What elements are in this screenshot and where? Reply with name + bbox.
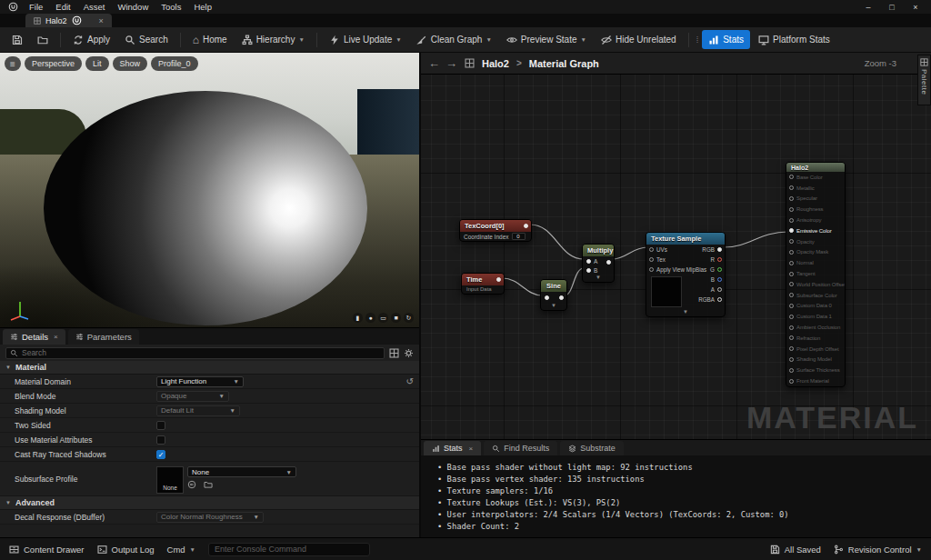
node-texture-sample[interactable]: Texture Sample UVsTexApply View MipBias … — [646, 232, 726, 317]
input-pin[interactable] — [789, 228, 794, 233]
breadcrumb-page[interactable]: Material Graph — [529, 58, 599, 69]
close-icon[interactable]: × — [469, 445, 474, 453]
input-pin[interactable] — [789, 346, 794, 351]
maximize-icon[interactable]: □ — [880, 3, 904, 12]
close-icon[interactable]: × — [54, 333, 58, 341]
input-pin[interactable] — [649, 257, 654, 262]
input-pin[interactable] — [789, 250, 794, 255]
stats-button[interactable]: Stats — [702, 30, 750, 49]
toolbar-overflow-icon[interactable]: ⁞ — [695, 35, 701, 45]
graph-canvas[interactable]: MATERIAL TexCoord[0] Coordinate Index0 T… — [421, 75, 931, 439]
menu-item[interactable]: Help — [187, 2, 218, 12]
input-pin[interactable] — [649, 247, 654, 252]
cmd-dropdown[interactable]: Cmd▼ — [167, 545, 196, 555]
tab-stats[interactable]: Stats × — [424, 441, 481, 455]
minimize-icon[interactable]: – — [856, 3, 880, 12]
use-selected-asset-icon[interactable] — [187, 480, 196, 489]
viewport-menu-icon[interactable]: ≡ — [5, 56, 21, 71]
section-material[interactable]: ▼Material — [0, 361, 419, 375]
input-pin[interactable] — [586, 268, 591, 273]
input-pin[interactable] — [789, 293, 794, 297]
input-pin[interactable] — [789, 196, 794, 201]
tab-close-icon[interactable]: × — [99, 16, 104, 25]
input-pin[interactable] — [789, 282, 794, 286]
input-pin[interactable] — [789, 325, 794, 330]
close-icon[interactable]: × — [904, 3, 927, 12]
hide-unrelated-button[interactable]: Hide Unrelated — [595, 30, 683, 49]
subsurface-profile-dropdown[interactable]: None▼ — [187, 466, 296, 477]
node-sine[interactable]: Sine ▼ — [540, 279, 567, 311]
coordinate-index-value[interactable]: 0 — [512, 233, 526, 240]
input-pin[interactable] — [789, 185, 794, 190]
search-button[interactable]: Search — [118, 30, 175, 49]
input-pin[interactable] — [789, 261, 794, 265]
menu-item[interactable]: Window — [111, 2, 155, 12]
chevron-down-icon[interactable]: ▼ — [583, 275, 614, 282]
custom-mesh-icon[interactable]: ↻ — [404, 313, 414, 323]
output-pin[interactable] — [717, 287, 722, 292]
menu-item[interactable]: Edit — [49, 2, 76, 12]
two-sided-checkbox[interactable] — [156, 421, 165, 430]
sphere-shape-icon[interactable]: ● — [365, 313, 375, 323]
platform-stats-button[interactable]: Platform Stats — [752, 30, 836, 49]
output-pin[interactable] — [717, 297, 722, 302]
input-pin[interactable] — [789, 335, 794, 340]
input-pin[interactable] — [789, 239, 794, 244]
output-pin[interactable] — [717, 257, 722, 262]
input-pin[interactable] — [789, 218, 794, 223]
viewport-option-button[interactable]: Show — [113, 56, 148, 71]
forward-arrow-icon[interactable]: → — [445, 58, 457, 69]
use-material-attributes-checkbox[interactable] — [156, 435, 165, 445]
subsurface-profile-thumbnail[interactable]: None — [156, 466, 184, 494]
save-button[interactable] — [5, 30, 29, 49]
input-pin[interactable] — [649, 267, 654, 272]
viewport-option-button[interactable]: Perspective — [25, 56, 82, 71]
input-pin[interactable] — [789, 207, 794, 212]
input-pin[interactable] — [789, 315, 794, 319]
material-domain-dropdown[interactable]: Light Function▼ — [156, 376, 244, 387]
console-command-input[interactable] — [208, 543, 370, 556]
palette-tab[interactable]: Palette — [917, 55, 931, 105]
revision-control-button[interactable]: Revision Control▼ — [834, 545, 922, 555]
live-update-button[interactable]: Live Update▼ — [323, 30, 408, 49]
all-saved-button[interactable]: All Saved — [770, 545, 821, 555]
output-log-button[interactable]: Output Log — [97, 545, 155, 555]
section-advanced[interactable]: ▼Advanced — [0, 496, 419, 510]
gear-icon[interactable] — [404, 348, 414, 358]
input-pin[interactable] — [789, 379, 794, 384]
node-texcoord[interactable]: TexCoord[0] Coordinate Index0 — [459, 219, 532, 242]
chevron-down-icon[interactable]: ▼ — [541, 303, 566, 310]
tab-find-results[interactable]: Find Results — [484, 441, 557, 455]
preview-state-button[interactable]: Preview State▼ — [500, 30, 593, 49]
input-pin[interactable] — [789, 304, 794, 308]
tab-halo2[interactable]: Halo2 × — [25, 14, 112, 27]
output-pin[interactable] — [717, 247, 722, 252]
tab-substrate[interactable]: Substrate — [560, 441, 624, 455]
cube-shape-icon[interactable]: ■ — [391, 313, 401, 323]
output-pin[interactable] — [524, 224, 528, 228]
cast-ray-traced-shadows-checkbox[interactable] — [156, 450, 165, 459]
menu-item[interactable]: Asset — [77, 2, 112, 12]
texture-preview-thumbnail[interactable] — [651, 276, 682, 307]
viewport-option-button[interactable]: Lit — [85, 56, 109, 71]
output-pin[interactable] — [559, 295, 564, 300]
tab-parameters[interactable]: Parameters — [68, 329, 139, 345]
chevron-down-icon[interactable]: ▼ — [646, 309, 725, 316]
input-pin[interactable] — [586, 259, 591, 264]
reset-to-default-icon[interactable]: ↺ — [406, 376, 414, 386]
output-pin[interactable] — [496, 277, 501, 282]
hierarchy-button[interactable]: Hierarchy▼ — [235, 30, 311, 49]
output-pin[interactable] — [717, 267, 722, 272]
input-pin[interactable] — [789, 368, 794, 373]
home-button[interactable]: ⌂Home — [186, 30, 234, 49]
apply-button[interactable]: Apply — [66, 30, 116, 49]
browse-asset-button[interactable] — [31, 30, 55, 49]
content-drawer-button[interactable]: Content Drawer — [9, 545, 85, 555]
menu-item[interactable]: Tools — [155, 2, 187, 12]
preview-viewport[interactable]: ≡ PerspectiveLitShowProfile_0 ▮ ● ▭ ■ ↻ — [0, 53, 419, 327]
plane-shape-icon[interactable]: ▭ — [378, 313, 388, 323]
details-search-input[interactable] — [22, 348, 380, 357]
input-pin[interactable] — [545, 295, 549, 300]
input-pin[interactable] — [789, 357, 794, 362]
output-pin[interactable] — [606, 260, 611, 265]
